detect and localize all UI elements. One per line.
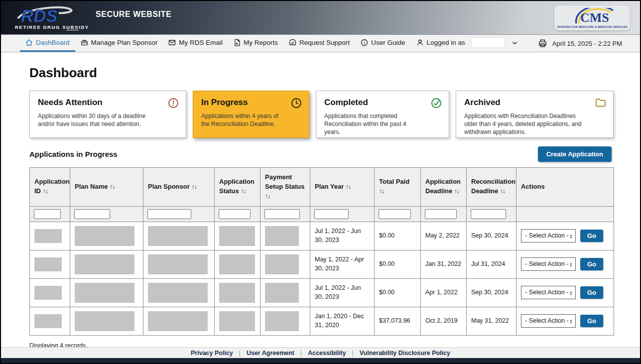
page-footer: Privacy Policy | User Agreement | Access…: [1, 347, 640, 358]
redacted-plan-sponsor: [148, 283, 208, 303]
filter-total-paid-input[interactable]: [379, 209, 411, 219]
reconciliation-deadline-cell: May 31, 2022: [467, 307, 516, 335]
alert-circle-icon: [168, 98, 179, 109]
redacted-application-status: [219, 254, 255, 274]
application-deadline-cell: Apr 1, 2022: [421, 278, 467, 307]
footer-link-privacy-policy[interactable]: Privacy Policy: [191, 350, 233, 357]
redacted-plan-name: [75, 254, 134, 274]
main-navbar: DashBoard Manage Plan Sponsor My RDS Ema…: [1, 35, 640, 52]
card-title: Completed: [324, 98, 441, 108]
footer-link-accessibility[interactable]: Accessibility: [308, 350, 346, 357]
bottom-navy-bar: [1, 358, 640, 363]
sort-icon[interactable]: ↑↓: [346, 183, 351, 190]
sort-icon[interactable]: ↑↓: [241, 188, 246, 195]
go-button[interactable]: Go: [580, 258, 603, 270]
card-needs-attention[interactable]: Needs Attention Applications within 30 d…: [29, 91, 186, 138]
select-arrows-icon: ▴▾: [570, 234, 572, 239]
footer-link-user-agreement[interactable]: User Agreement: [247, 350, 294, 357]
applications-section-header: Applications in Progress Create Applicat…: [29, 146, 612, 162]
chevron-down-icon[interactable]: [512, 41, 517, 45]
footer-divider: |: [352, 350, 354, 357]
action-select[interactable]: - Select Action -▴▾: [521, 229, 576, 243]
filter-application-status-input[interactable]: [219, 209, 251, 219]
nav-item-my-rds-email[interactable]: My RDS Email: [163, 35, 228, 52]
action-select[interactable]: - Select Action -▴▾: [521, 314, 576, 328]
col-header-total-paid[interactable]: Total Paid ↑↓: [375, 168, 421, 207]
cms-logo-icon: CMS: [557, 8, 627, 25]
col-header-application-deadline[interactable]: Application Deadline ↑↓: [421, 168, 467, 207]
plan-year-cell: May 1, 2022 - Apr 30, 2023: [310, 250, 375, 278]
filter-payment-setup-status-input[interactable]: [264, 209, 300, 219]
col-header-application-id[interactable]: Application ID ↑↓: [30, 168, 70, 207]
redacted-plan-name: [75, 226, 134, 246]
go-button[interactable]: Go: [580, 286, 603, 299]
report-file-icon: [234, 39, 241, 46]
reconciliation-deadline-cell: Jul 31, 2024: [467, 250, 516, 278]
action-select[interactable]: - Select Action -▴▾: [521, 257, 576, 271]
redacted-payment-setup-status: [265, 311, 299, 331]
sort-icon[interactable]: ↑↓: [379, 188, 384, 195]
table-filter-row: [30, 206, 614, 222]
nav-item-manage-plan-sponsor[interactable]: Manage Plan Sponsor: [75, 35, 163, 52]
sort-icon[interactable]: ↑↓: [500, 188, 505, 195]
sort-icon[interactable]: ↑↓: [43, 188, 48, 195]
redacted-application-id: [34, 314, 62, 328]
site-label: SECURE WEBSITE: [96, 10, 171, 19]
plan-year-cell: Jul 1, 2022 - Jun 30, 2023: [310, 278, 375, 307]
nav-item-user-guide[interactable]: User Guide: [355, 35, 410, 52]
card-description: Applications within 4 years of the Recon…: [201, 112, 301, 128]
create-application-button[interactable]: Create Application: [538, 146, 612, 162]
svg-text:RDS: RDS: [21, 6, 58, 25]
redacted-payment-setup-status: [265, 254, 299, 274]
filter-application-id-input[interactable]: [34, 209, 61, 219]
total-paid-cell: $37,073.96: [375, 307, 421, 335]
main-content: Dashboard Needs Attention Applications w…: [1, 65, 640, 364]
select-arrows-icon: ▴▾: [570, 290, 572, 295]
svg-text:CMS: CMS: [580, 10, 609, 25]
col-header-reconciliation-deadline[interactable]: Reconciliation Deadline ↑↓: [467, 168, 516, 207]
sort-icon[interactable]: ↑↓: [110, 183, 115, 190]
col-header-plan-year[interactable]: Plan Year ↑↓: [310, 168, 375, 207]
col-header-application-status[interactable]: Application Status ↑↓: [215, 168, 260, 207]
sort-icon[interactable]: ↑↓: [191, 183, 196, 190]
filter-plan-year-input[interactable]: [314, 209, 349, 219]
total-paid-cell: $0.00: [375, 250, 421, 278]
card-archived[interactable]: Archived Applications with Reconciliatio…: [456, 91, 614, 138]
plan-year-cell: Jan 1, 2020 - Dec 31, 2020: [310, 307, 375, 335]
logged-in-user-select[interactable]: [471, 37, 505, 48]
footer-link-vulnerability-disclosure-policy[interactable]: Vulnerability Disclosure Policy: [360, 350, 450, 357]
reconciliation-deadline-cell: Sep 30, 2024: [467, 222, 516, 250]
sort-icon[interactable]: ↑↓: [454, 188, 459, 195]
card-in-progress[interactable]: In Progress Applications within 4 years …: [193, 91, 309, 138]
plan-year-cell: Jul 1, 2022 - Jun 30, 2023: [310, 222, 375, 250]
col-header-plan-name[interactable]: Plan Name ↑↓: [70, 168, 143, 207]
nav-item-my-reports[interactable]: My Reports: [228, 35, 283, 52]
redacted-plan-sponsor: [148, 226, 208, 246]
total-paid-cell: $0.00: [375, 222, 421, 250]
action-select[interactable]: - Select Action -▴▾: [521, 286, 576, 299]
nav-utilities: April 15, 2025 - 2:22 PM: [538, 35, 630, 52]
applications-table: Application ID ↑↓ Plan Name ↑↓ Plan Spon…: [29, 167, 614, 336]
col-header-payment-setup-status[interactable]: Payment Setup Status ↑↓: [260, 168, 310, 207]
redacted-application-status: [219, 226, 255, 246]
card-title: Needs Attention: [38, 98, 178, 108]
rds-tagline: RETIREE DRUG SUBSIDY: [15, 24, 85, 30]
filter-plan-sponsor-input[interactable]: [147, 209, 191, 219]
col-header-plan-sponsor[interactable]: Plan Sponsor ↑↓: [143, 168, 215, 207]
reconciliation-deadline-cell: Sep 30, 2024: [467, 278, 516, 307]
go-button[interactable]: Go: [580, 315, 603, 327]
redacted-payment-setup-status: [265, 226, 299, 246]
printer-icon[interactable]: [538, 39, 547, 48]
nav-item-dashboard[interactable]: DashBoard: [20, 35, 75, 52]
sort-icon[interactable]: ↑↓: [265, 193, 270, 200]
redacted-plan-sponsor: [148, 254, 208, 274]
filter-reconciliation-deadline-input[interactable]: [471, 209, 506, 219]
card-completed[interactable]: Completed Applications that completed Re…: [316, 91, 449, 138]
card-title: Archived: [464, 98, 605, 108]
nav-item-request-support[interactable]: Request Support: [283, 35, 355, 52]
datetime-label: April 15, 2025 - 2:22 PM: [552, 40, 622, 47]
redacted-application-status: [219, 311, 255, 331]
go-button[interactable]: Go: [580, 230, 603, 242]
filter-plan-name-input[interactable]: [74, 209, 110, 219]
filter-application-deadline-input[interactable]: [425, 209, 457, 219]
